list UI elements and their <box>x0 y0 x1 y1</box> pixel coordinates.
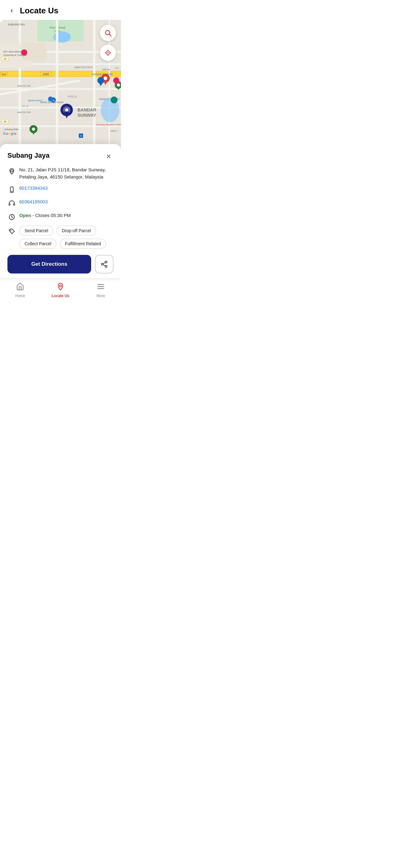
share-icon <box>100 260 108 268</box>
svg-line-73 <box>109 34 111 36</box>
svg-point-80 <box>10 170 13 172</box>
phone1-row: 60173394343 <box>7 185 113 194</box>
home-nav-label: Home <box>15 294 25 298</box>
svg-point-57 <box>32 128 35 131</box>
back-button[interactable]: ‹ <box>6 5 18 16</box>
svg-point-94 <box>60 285 62 287</box>
address-row: No. 21, Jalan PJS 11/18, Bandar Sunway, … <box>7 166 113 180</box>
svg-text:B: B <box>80 134 81 137</box>
svg-text:Sunway Medical Centre: Sunway Medical Centre <box>96 123 121 126</box>
svg-point-91 <box>105 266 107 267</box>
address-text: No. 21, Jalan PJS 11/18, Bandar Sunway, … <box>19 166 113 180</box>
svg-text:SUBANG RIA: SUBANG RIA <box>8 23 25 26</box>
svg-text:E10: E10 <box>2 73 6 76</box>
svg-text:SS 13: SS 13 <box>22 104 29 107</box>
search-icon <box>104 29 112 37</box>
svg-rect-81 <box>10 187 13 192</box>
phone2-row: 60364195003 <box>7 198 113 208</box>
clock-svg-icon <box>8 214 15 220</box>
hours-text: Open - Closes 05:30 PM <box>19 212 71 219</box>
svg-point-75 <box>107 52 108 53</box>
tag-dropoff-parcel[interactable]: Drop-off Parcel <box>57 226 96 236</box>
svg-point-88 <box>10 230 11 231</box>
svg-text:SUNWAY: SUNWAY <box>77 113 96 118</box>
tag-fulfillment[interactable]: Fulfillment Related <box>60 239 106 249</box>
svg-rect-65 <box>0 20 2 22</box>
status-open: Open <box>19 213 31 218</box>
svg-text:PJS 11: PJS 11 <box>68 95 77 98</box>
location-pin-icon <box>8 168 15 175</box>
phone-icon <box>7 185 16 194</box>
locate-nav-label: Locate Us <box>52 294 69 298</box>
nav-more[interactable]: More <box>88 282 113 298</box>
svg-point-69 <box>48 97 53 101</box>
phone1-text[interactable]: 60173394343 <box>19 185 48 192</box>
mobile-icon <box>8 186 15 193</box>
svg-text:15: 15 <box>4 57 6 60</box>
svg-text:INTI International: INTI International <box>3 50 22 53</box>
more-nav-label: More <box>96 294 105 298</box>
headset-icon <box>7 199 16 208</box>
svg-text:Jalan SS 13/2: Jalan SS 13/2 <box>17 85 31 87</box>
svg-rect-17 <box>0 88 121 90</box>
nav-home[interactable]: Home <box>8 282 33 298</box>
menu-icon <box>97 282 105 292</box>
action-row: Get Directions <box>7 255 113 274</box>
nav-locate-us[interactable]: Locate Us <box>48 282 73 298</box>
map-svg: Recreational Park 1002 E10 Jln SS 12/1c … <box>0 20 121 150</box>
svg-text:1002: 1002 <box>43 73 49 76</box>
tag-collect-parcel[interactable]: Collect Parcel <box>19 239 57 249</box>
page-title: Locate Us <box>20 6 58 16</box>
svg-point-60 <box>117 84 120 87</box>
svg-text:100: 100 <box>115 67 119 69</box>
header: ‹ Locate Us <box>0 0 121 20</box>
close-button[interactable]: ✕ <box>104 152 113 161</box>
svg-point-49 <box>65 108 68 112</box>
tag-send-parcel[interactable]: Send Parcel <box>19 226 53 236</box>
svg-rect-83 <box>9 204 10 206</box>
get-directions-button[interactable]: Get Directions <box>7 255 91 274</box>
svg-text:mid Ice: mid Ice <box>102 68 110 71</box>
map-search-button[interactable] <box>100 25 116 41</box>
home-icon <box>16 282 24 292</box>
tags-container: Send Parcel Drop-off Parcel Collect Parc… <box>19 226 113 249</box>
svg-line-87 <box>12 217 13 218</box>
svg-text:Jalan L: Jalan L <box>110 129 118 132</box>
closing-time: - Closes 05:30 PM <box>33 213 71 218</box>
address-icon <box>7 167 16 176</box>
clock-icon <box>7 213 16 221</box>
headphone-icon <box>8 200 15 207</box>
back-arrow-icon: ‹ <box>10 6 13 14</box>
crosshair-icon <box>104 49 112 57</box>
tags-icon <box>7 228 16 235</box>
panel-header: Subang Jaya ✕ <box>7 152 113 161</box>
svg-line-93 <box>103 262 105 264</box>
svg-text:Sunway Pyramid: Sunway Pyramid <box>92 73 112 76</box>
tags-row: Send Parcel Drop-off Parcel Collect Parc… <box>7 226 113 249</box>
location-name: Subang Jaya <box>7 152 49 160</box>
svg-rect-84 <box>14 204 15 206</box>
phone2-text[interactable]: 60364195003 <box>19 198 48 206</box>
svg-point-52 <box>104 76 107 80</box>
tag-icon <box>8 228 15 235</box>
svg-point-89 <box>105 261 107 263</box>
bottom-navigation: Home Locate Us More <box>0 278 121 306</box>
map-locate-button[interactable] <box>100 45 116 61</box>
svg-text:Jalan PJS 10/14: Jalan PJS 10/14 <box>74 66 93 69</box>
svg-rect-13 <box>93 20 96 150</box>
google-logo: Google <box>3 132 16 135</box>
svg-text:Subang Elite: Subang Elite <box>4 128 19 131</box>
svg-line-92 <box>103 265 105 266</box>
svg-text:15: 15 <box>4 120 6 123</box>
location-panel: Subang Jaya ✕ No. 21, Jalan PJS 11/18, B… <box>0 144 121 278</box>
svg-text:Jalan SS 13/6: Jalan SS 13/6 <box>17 111 31 113</box>
svg-point-68 <box>111 97 118 103</box>
svg-point-90 <box>101 263 103 265</box>
svg-point-64 <box>21 49 27 56</box>
map-container: Recreational Park 1002 E10 Jln SS 12/1c … <box>0 20 121 150</box>
share-button[interactable] <box>95 255 113 274</box>
locate-nav-icon <box>57 282 65 292</box>
hours-row: Open - Closes 05:30 PM <box>7 212 113 221</box>
svg-text:BANDAR: BANDAR <box>77 107 96 113</box>
